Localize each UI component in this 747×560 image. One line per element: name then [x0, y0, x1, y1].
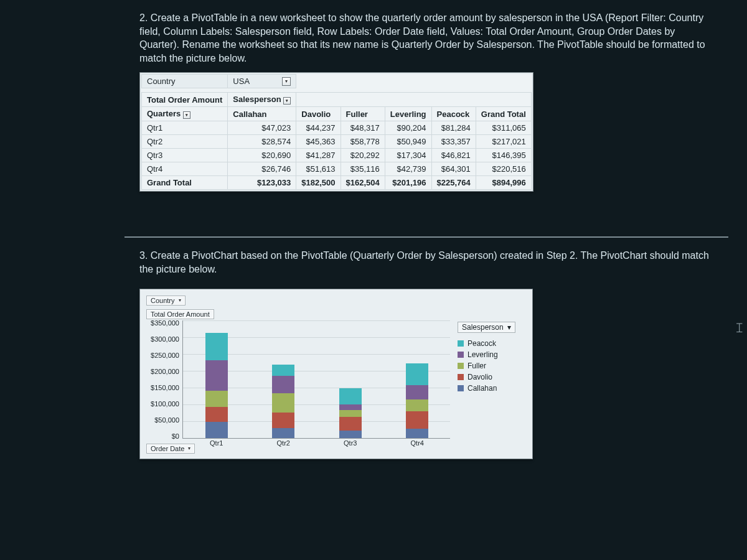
- bar-Qtr3: [339, 388, 362, 437]
- chart-values-button[interactable]: Total Order Amount: [146, 309, 214, 319]
- pivot-table: Country USA ▾ Total Order Amount Salespe…: [141, 74, 532, 190]
- bar-Qtr2: [272, 365, 294, 438]
- chart-filter-button[interactable]: Country ▾: [146, 296, 186, 306]
- table-row: Qtr4 $26,746 $51,613 $35,116 $42,739 $64…: [142, 162, 532, 176]
- chart-legend: Salesperson ▾ PeacockLeverlingFullerDavo…: [458, 322, 526, 395]
- instruction-3: 3. Create a PivotChart based on the Pivo…: [139, 249, 712, 276]
- col-head-grand: Grand Total: [476, 107, 531, 121]
- table-row: Qtr2 $28,574 $45,363 $58,778 $50,949 $33…: [142, 135, 532, 149]
- bar-Qtr1: [205, 333, 228, 438]
- grand-total-row: Grand Total $123,033 $182,500 $162,504 $…: [142, 176, 532, 190]
- text-cursor-icon: 𝙸: [735, 320, 745, 336]
- row-field-label[interactable]: Quarters ▾: [142, 107, 228, 121]
- col-head-4: Peacock: [431, 107, 476, 121]
- col-head-3: Leverling: [385, 107, 431, 121]
- col-head-2: Fuller: [341, 107, 385, 121]
- y-axis-labels: $350,000 $300,000 $250,000 $200,000 $150…: [147, 319, 182, 440]
- pivot-chart-screenshot: Country ▾ Total Order Amount $350,000 $3…: [139, 289, 533, 459]
- report-filter-label: Country: [142, 75, 228, 88]
- table-row: Qtr1 $47,023 $44,237 $48,317 $90,204 $81…: [142, 121, 532, 135]
- pivot-table-screenshot: Country USA ▾ Total Order Amount Salespe…: [139, 72, 533, 192]
- legend-item: Callahan: [458, 384, 526, 393]
- x-axis-labels: Qtr1Qtr2Qtr3Qtr4: [183, 438, 450, 449]
- dropdown-icon: ▾: [507, 323, 511, 332]
- legend-item: Peacock: [458, 339, 526, 348]
- legend-item: Fuller: [458, 362, 526, 370]
- bar-Qtr4: [406, 363, 428, 438]
- col-head-0: Callahan: [228, 107, 296, 121]
- instruction-2: 2. Create a PivotTable in a new workshee…: [139, 11, 712, 65]
- dropdown-icon[interactable]: ▾: [283, 97, 291, 105]
- dropdown-icon[interactable]: ▾: [183, 111, 190, 119]
- report-filter-value[interactable]: USA ▾: [228, 75, 296, 88]
- chart-plot-area: $350,000 $300,000 $250,000 $200,000 $150…: [182, 320, 450, 439]
- filter-funnel-icon[interactable]: ▾: [282, 77, 291, 86]
- table-row: Qtr3 $20,690 $41,287 $20,292 $17,304 $46…: [142, 149, 532, 162]
- column-field-label[interactable]: Salesperson ▾: [228, 93, 296, 107]
- funnel-dropdown-icon: ▾: [179, 297, 181, 303]
- values-field-label: Total Order Amount: [142, 93, 228, 107]
- filter-value-text: USA: [233, 77, 250, 86]
- legend-item: Davolio: [458, 373, 526, 381]
- col-head-1: Davolio: [296, 107, 341, 121]
- legend-item: Leverling: [458, 350, 526, 359]
- chart-legend-button[interactable]: Salesperson ▾: [458, 322, 515, 333]
